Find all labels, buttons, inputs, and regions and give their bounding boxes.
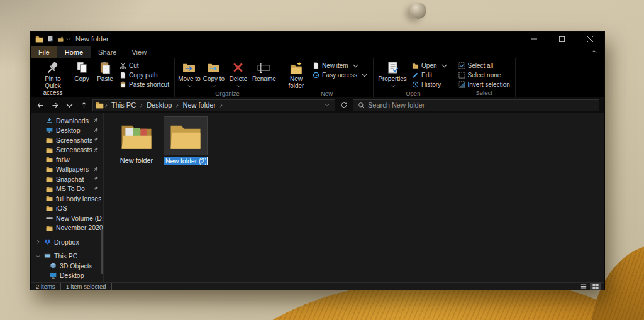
sidebar-scrollbar[interactable] <box>101 229 103 274</box>
tab-home[interactable]: Home <box>57 46 91 58</box>
sidebar-item-snapchat[interactable]: Snapchat <box>31 174 103 184</box>
rename-icon <box>257 61 270 74</box>
edit-button[interactable]: Edit <box>410 70 449 79</box>
clipboard-icon <box>119 81 126 88</box>
sidebar-item-dropbox[interactable]: Dropbox <box>31 237 103 247</box>
chevron-right-icon <box>175 102 179 109</box>
sidebar-item-documents[interactable]: Documents <box>31 280 103 282</box>
pin-icon <box>93 176 99 182</box>
maximize-button[interactable] <box>548 32 576 46</box>
folder-tile-new-folder-2[interactable] <box>163 117 208 165</box>
paste-button[interactable]: Paste <box>94 60 116 96</box>
folder-icon <box>46 195 53 202</box>
pin-icon <box>93 167 99 172</box>
sidebar-item-new-volume-d[interactable]: New Volume (D:) <box>31 213 103 223</box>
move-to-icon <box>182 61 196 74</box>
address-dropdown-caret[interactable] <box>322 102 332 108</box>
select-all-button[interactable]: Select all <box>457 61 512 70</box>
chevron-down-icon <box>441 62 448 69</box>
qat-properties-button[interactable] <box>47 36 53 42</box>
titlebar[interactable]: New folder <box>31 32 604 46</box>
ribbon: Pin to Quick access Copy Paste Cut <box>31 58 604 97</box>
copy-button[interactable]: Copy <box>71 60 92 96</box>
new-folder-button[interactable]: New folder <box>284 60 309 89</box>
sidebar-item-3d-objects[interactable]: 3D Objects <box>31 261 103 271</box>
download-icon <box>46 117 53 124</box>
scissors-icon <box>119 62 126 69</box>
sidebar-item-this-pc[interactable]: This PC <box>31 251 103 262</box>
back-button[interactable] <box>35 101 46 109</box>
details-view-button[interactable] <box>578 283 589 290</box>
sidebar-item-desktop-2[interactable]: Desktop <box>31 271 103 281</box>
sidebar-item-full-body-lenses[interactable]: full body lenses <box>31 194 103 204</box>
chevron-down-icon[interactable] <box>36 254 41 258</box>
sidebar-item-screenshots[interactable]: Screenshots <box>31 135 103 145</box>
pin-icon <box>93 186 99 192</box>
sidebar-item-downloads[interactable]: Downloads <box>31 116 103 126</box>
copy-path-button[interactable]: Copy path <box>118 70 171 79</box>
sidebar-item-wallpapers[interactable]: Wallpapers <box>31 165 103 175</box>
ribbon-group-select: Select all Select none Invert selection … <box>453 58 516 97</box>
breadcrumb-this-pc[interactable]: This PC <box>108 101 139 109</box>
minimize-button[interactable] <box>519 32 548 46</box>
sidebar-item-ios[interactable]: iOS <box>31 204 103 214</box>
sidebar-item-ms-to-do[interactable]: MS To Do <box>31 184 103 194</box>
delete-button[interactable]: Delete <box>227 60 250 89</box>
breadcrumb-new-folder[interactable]: New folder <box>179 101 219 109</box>
file-explorer-window: New folder File Home Share View Pin to Q… <box>30 31 605 290</box>
close-button[interactable] <box>576 32 604 46</box>
paste-shortcut-button[interactable]: Paste shortcut <box>118 80 171 89</box>
ribbon-group-open: Properties Open Edit <box>374 58 453 97</box>
pin-icon <box>47 61 60 74</box>
wall-object <box>410 3 426 19</box>
search-input[interactable] <box>368 101 594 109</box>
window-title: New folder <box>75 35 109 43</box>
sidebar-item-screencasts[interactable]: Screencasts <box>31 145 103 155</box>
tab-view[interactable]: View <box>124 46 154 58</box>
breadcrumb-desktop[interactable]: Desktop <box>143 101 175 109</box>
monitor-icon <box>46 127 53 134</box>
tab-file[interactable]: File <box>31 46 57 58</box>
qat-customize-caret[interactable] <box>66 37 70 41</box>
invert-selection-button[interactable]: Invert selection <box>457 80 512 89</box>
open-button[interactable]: Open <box>410 61 449 70</box>
sidebar-item-desktop[interactable]: Desktop <box>31 126 103 136</box>
sidebar-item-fatiw[interactable]: fatiw <box>31 155 103 165</box>
copy-to-button[interactable]: Copy to <box>203 60 225 89</box>
move-to-button[interactable]: Move to <box>178 60 201 89</box>
search-box <box>353 99 599 111</box>
properties-button[interactable]: Properties <box>377 60 408 89</box>
easy-access-button[interactable]: Easy access <box>311 70 370 79</box>
select-group-label: Select <box>455 89 513 97</box>
explorer-body: Downloads Desktop Screenshots Screencast… <box>31 113 604 282</box>
folder-tile-new-folder[interactable]: New folder <box>114 117 159 164</box>
folder-name: New folder <box>120 157 153 164</box>
cut-button[interactable]: Cut <box>118 61 171 70</box>
breadcrumb[interactable]: This PC Desktop New folder <box>92 99 335 111</box>
pin-to-quick-access-button[interactable]: Pin to Quick access <box>36 60 69 96</box>
pencil-icon <box>412 72 419 79</box>
file-list[interactable]: New folder <box>104 113 604 282</box>
history-button[interactable]: History <box>410 80 449 89</box>
folder-icon <box>46 175 53 182</box>
rename-button[interactable]: Rename <box>252 60 277 89</box>
new-item-button[interactable]: New item <box>311 61 370 70</box>
thumbnails-view-button[interactable] <box>590 283 601 290</box>
sidebar-item-november-2020[interactable]: November 2020 <box>31 223 103 233</box>
delete-x-icon <box>231 61 245 74</box>
chevron-right-icon[interactable] <box>36 240 41 244</box>
recent-locations-caret[interactable] <box>64 101 75 109</box>
collapse-ribbon-button[interactable] <box>591 46 604 58</box>
folder-icon <box>46 185 53 192</box>
up-button[interactable] <box>78 101 89 109</box>
tab-share[interactable]: Share <box>91 46 124 58</box>
chevron-down-icon <box>361 72 368 79</box>
status-bar: 2 items 1 item selected <box>31 282 604 290</box>
app-folder-icon <box>35 35 43 43</box>
refresh-button[interactable] <box>338 101 350 109</box>
forward-button[interactable] <box>49 101 60 109</box>
select-none-button[interactable]: Select none <box>457 70 512 79</box>
copy-to-icon <box>207 61 220 74</box>
qat-new-folder-button[interactable] <box>57 36 64 42</box>
rename-input[interactable] <box>164 157 208 165</box>
